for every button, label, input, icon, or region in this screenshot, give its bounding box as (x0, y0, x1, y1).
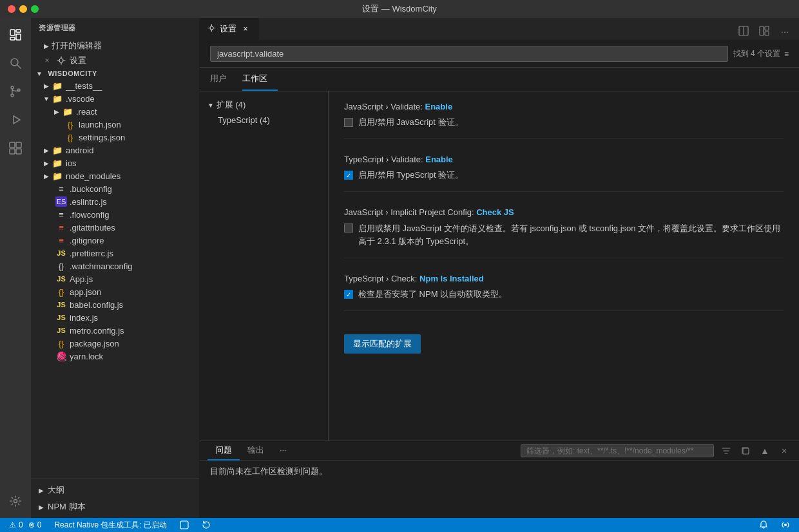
more-actions-button[interactable]: ··· (776, 22, 794, 40)
svg-rect-13 (16, 149, 21, 154)
maximize-dot[interactable] (31, 5, 39, 13)
panel-chevron-up-icon[interactable]: ▲ (758, 444, 772, 458)
svg-rect-1 (16, 30, 21, 32)
settings-item-js-implicit-title: JavaScript › Implicit Project Config: Ch… (344, 207, 784, 217)
nav-extensions[interactable]: ▼ 扩展 (4) (200, 97, 328, 113)
settings-tab-label: 设置 (220, 23, 236, 35)
tree-item-watchmanconfig[interactable]: ▶ {} .watchmanconfig (31, 260, 199, 272)
panel-tab-output[interactable]: 输出 (240, 441, 272, 461)
settings-item-ts-check-npm-title: TypeScript › Check: Npm Is Installed (344, 274, 784, 283)
panel-filter-input[interactable] (521, 444, 714, 457)
flow-file-icon: ≡ (55, 209, 67, 220)
window-controls (8, 5, 39, 13)
tree-item-yarn-lock[interactable]: ▶ 🧶 yarn.lock (31, 350, 199, 363)
settings-nav: ▼ 扩展 (4) TypeScript (4) (200, 91, 329, 441)
npm-scripts-section[interactable]: ▶ NPM 脚本 (31, 499, 199, 515)
tab-workspace[interactable]: 工作区 (242, 68, 278, 91)
open-editor-settings[interactable]: × 设置 (31, 53, 199, 68)
panel-content: 目前尚未在工作区检测到问题。 (200, 461, 799, 518)
config-file-icon: {} (55, 261, 67, 271)
panel-close-icon[interactable]: × (777, 444, 791, 458)
tree-item-launch-json[interactable]: ▶ {} launch.json (31, 118, 199, 131)
tab-close-button[interactable]: × (240, 24, 251, 34)
svg-rect-22 (743, 448, 749, 454)
settings-tab[interactable]: 设置 × (200, 18, 259, 40)
tree-item-node-modules[interactable]: ▶ 📁 node_modules (31, 169, 199, 182)
tree-item-gitattributes[interactable]: ▶ ≡ .gitattributes (31, 221, 199, 234)
tree-item-babel-config[interactable]: ▶ JS babel.config.js (31, 298, 199, 311)
tab-user[interactable]: 用户 (210, 68, 237, 91)
outline-section[interactable]: ▶ 大纲 (31, 482, 199, 499)
settings-item-ts-validate-title: TypeScript › Validate: Enable (344, 155, 784, 164)
explorer-activity-icon[interactable] (4, 23, 27, 46)
titlebar: 设置 — WisdomCity (0, 0, 799, 18)
status-bundler-icon[interactable] (177, 518, 191, 532)
tree-item-eslintrc[interactable]: ▶ ES .eslintrc.js (31, 195, 199, 208)
tree-item-react[interactable]: ▶ 📁 .react (31, 105, 199, 118)
tree-item-vscode[interactable]: ▼ 📁 .vscode (31, 92, 199, 105)
nav-typescript[interactable]: TypeScript (4) (200, 113, 328, 127)
status-refresh-icon[interactable] (199, 518, 213, 532)
tree-item-index-js[interactable]: ▶ JS index.js (31, 311, 199, 324)
ts-check-npm-checkbox[interactable] (344, 290, 353, 299)
panel-extra-controls: ▲ × (521, 444, 791, 458)
sidebar-footer: ▶ 大纲 ▶ NPM 脚本 (31, 479, 199, 518)
window-title: 设置 — WisdomCity (362, 3, 437, 15)
close-icon[interactable]: × (41, 55, 53, 66)
eslint-file-icon: ES (55, 196, 67, 207)
js-implicit-checkbox[interactable] (344, 223, 353, 233)
extensions-activity-icon[interactable] (4, 137, 27, 160)
tree-item-tests[interactable]: ▶ 📁 __tests__ (31, 79, 199, 92)
status-rn-text: React Native 包生成工具: 已启动 (54, 520, 167, 531)
debug-activity-icon[interactable] (4, 108, 27, 131)
collapsed-arrow-icon: ▶ (41, 171, 52, 181)
project-section[interactable]: ▼ WISDOMCITY (31, 68, 199, 79)
svg-point-15 (59, 59, 63, 62)
js-validate-checkbox[interactable] (344, 118, 353, 127)
activity-bar (0, 18, 31, 518)
tree-item-gitignore[interactable]: ▶ ≡ .gitignore (31, 234, 199, 247)
settings-search-input[interactable] (210, 46, 728, 62)
svg-rect-3 (10, 37, 15, 40)
tree-item-metro-config[interactable]: ▶ JS metro.config.js (31, 324, 199, 337)
tree-item-buckconfig[interactable]: ▶ ≡ .buckconfig (31, 182, 199, 195)
source-control-activity-icon[interactable] (4, 80, 27, 103)
warning-icon: ⚠ (9, 520, 16, 529)
tree-item-prettierrc[interactable]: ▶ JS .prettierrc.js (31, 247, 199, 260)
file-tree: ▶ 📁 __tests__ ▼ 📁 .vscode ▶ 📁 .react ▶ {… (31, 79, 199, 479)
panel-copy-icon[interactable] (738, 444, 753, 458)
js-file-icon: JS (55, 274, 67, 284)
svg-rect-20 (765, 26, 769, 30)
svg-point-14 (14, 500, 17, 503)
tree-item-flowconfig[interactable]: ▶ ≡ .flowconfig (31, 208, 199, 221)
settings-file-icon (55, 55, 67, 66)
status-bell-icon[interactable] (756, 518, 771, 532)
tree-item-android[interactable]: ▶ 📁 android (31, 144, 199, 157)
open-editors-section[interactable]: ▶ 打开的编辑器 (31, 38, 199, 53)
tree-item-app-js[interactable]: ▶ JS App.js (31, 272, 199, 285)
settings-gear-icon[interactable] (4, 489, 27, 513)
status-broadcast-icon[interactable] (778, 518, 793, 532)
tree-item-ios[interactable]: ▶ 📁 ios (31, 157, 199, 169)
js-file-icon: JS (55, 312, 67, 323)
show-extensions-button[interactable]: 显示匹配的扩展 (344, 334, 421, 354)
minimize-dot[interactable] (19, 5, 27, 13)
status-errors-warnings[interactable]: ⚠ 0 ⊗ 0 (6, 518, 44, 532)
chevron-down-icon: ▼ (36, 70, 43, 77)
yarn-file-icon: 🧶 (55, 351, 67, 361)
tree-item-package-json[interactable]: ▶ {} package.json (31, 337, 199, 350)
split-editor-button[interactable] (735, 22, 753, 40)
panel-filter-icon[interactable] (719, 444, 733, 458)
tree-item-app-json[interactable]: ▶ {} app.json (31, 285, 199, 298)
search-activity-icon[interactable] (4, 52, 27, 75)
tree-item-settings-json[interactable]: ▶ {} settings.json (31, 131, 199, 144)
close-dot[interactable] (8, 5, 15, 13)
panel-tab-problems[interactable]: 问题 (207, 441, 240, 461)
status-react-native[interactable]: React Native 包生成工具: 已启动 (52, 518, 169, 532)
svg-rect-21 (765, 32, 769, 35)
collapsed-arrow-icon: ▶ (41, 158, 52, 168)
editor-layout-button[interactable] (755, 22, 773, 40)
ts-validate-checkbox[interactable] (344, 171, 353, 180)
panel-tab-more[interactable]: ··· (272, 441, 294, 461)
settings-search-bar: 找到 4 个设置 ≡ (200, 41, 799, 68)
